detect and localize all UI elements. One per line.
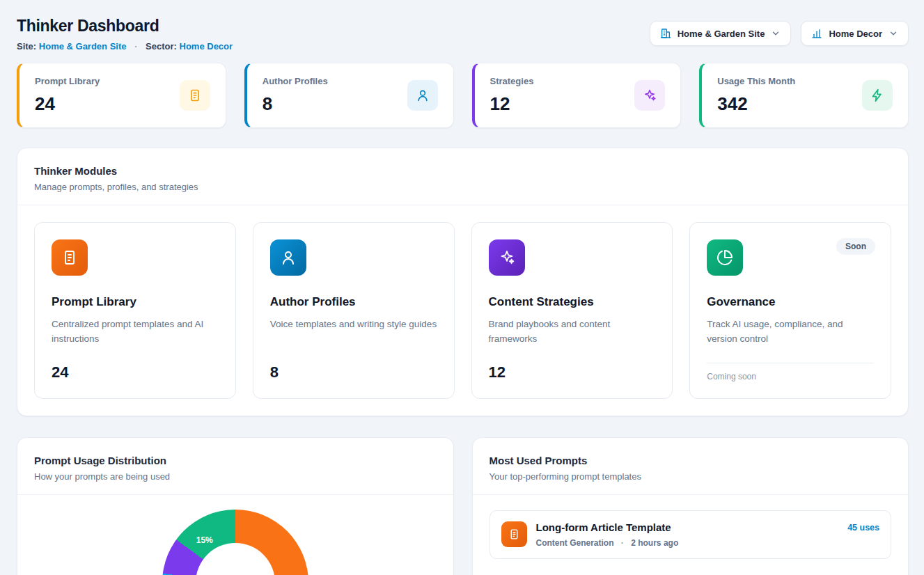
stat-label: Usage This Month — [717, 76, 795, 86]
module-card-content-strategies[interactable]: Content Strategies Brand playbooks and c… — [471, 222, 673, 399]
prompt-item-text: Long-form Article Template Content Gener… — [536, 521, 679, 548]
lightning-icon — [862, 80, 893, 111]
stat-text: Author Profiles 8 — [263, 76, 328, 115]
most-used-prompts-subtitle: Your top-performing prompt templates — [490, 471, 892, 482]
bottom-row: Prompt Usage Distribution How your promp… — [17, 437, 909, 575]
stat-value: 24 — [35, 93, 100, 115]
donut-segment-label: 15% — [196, 535, 213, 545]
stat-text: Prompt Library 24 — [35, 76, 100, 115]
user-icon — [407, 80, 438, 111]
donut-chart-area: 15% — [17, 495, 453, 575]
document-icon — [52, 239, 88, 276]
usage-distribution-header: Prompt Usage Distribution How your promp… — [17, 438, 453, 495]
prompt-item-category: Content Generation — [536, 538, 614, 548]
modules-panel-header: Thinker Modules Manage prompts, profiles… — [17, 148, 908, 205]
sector-selector-label: Home Decor — [829, 29, 882, 39]
module-card-governance[interactable]: Soon Governance Track AI usage, complian… — [689, 222, 891, 399]
stat-card-author-profiles: Author Profiles 8 — [244, 63, 454, 128]
header-selectors: Home & Garden Site Home Decor — [650, 21, 909, 46]
stat-text: Usage This Month 342 — [717, 76, 795, 115]
module-card-prompt-library[interactable]: Prompt Library Centralized prompt templa… — [34, 222, 236, 399]
stat-card-prompt-library: Prompt Library 24 — [17, 63, 226, 128]
usage-distribution-card: Prompt Usage Distribution How your promp… — [17, 437, 454, 575]
module-description: Track AI usage, compliance, and version … — [707, 317, 874, 353]
usage-distribution-title: Prompt Usage Distribution — [34, 455, 437, 466]
sparkle-icon — [634, 80, 665, 111]
sparkle-icon — [489, 239, 525, 276]
stat-card-strategies: Strategies 12 — [472, 63, 682, 128]
prompt-item-meta: Content Generation · 2 hours ago — [536, 538, 679, 548]
modules-title: Thinker Modules — [34, 165, 891, 177]
breadcrumb-separator: · — [134, 41, 137, 52]
stat-value: 342 — [717, 93, 795, 115]
prompt-item-title: Long-form Article Template — [536, 521, 679, 533]
module-description: Centralized prompt templates and AI inst… — [52, 317, 219, 354]
stat-card-usage: Usage This Month 342 — [699, 63, 909, 128]
module-description: Voice templates and writing style guides — [270, 317, 437, 354]
meta-separator: · — [621, 538, 624, 548]
stat-label: Strategies — [490, 76, 534, 86]
usage-donut: 15% — [162, 510, 308, 575]
module-title: Governance — [707, 295, 874, 309]
sector-selector-dropdown[interactable]: Home Decor — [801, 21, 909, 46]
breadcrumb: Site: Home & Garden Site · Sector: Home … — [17, 41, 233, 52]
modules-grid: Prompt Library Centralized prompt templa… — [17, 205, 908, 416]
building-icon — [660, 28, 671, 39]
module-count: 12 — [489, 363, 656, 381]
page-title: Thinker Dashboard — [17, 17, 233, 36]
chevron-down-icon — [771, 29, 781, 38]
module-title: Prompt Library — [52, 295, 219, 309]
most-used-prompts-card: Most Used Prompts Your top-performing pr… — [472, 437, 909, 575]
module-card-author-profiles[interactable]: Author Profiles Voice templates and writ… — [253, 222, 455, 399]
modules-subtitle: Manage prompts, profiles, and strategies — [34, 182, 891, 192]
module-title: Content Strategies — [489, 295, 656, 309]
pie-chart-icon — [707, 239, 743, 276]
title-block: Thinker Dashboard Site: Home & Garden Si… — [17, 17, 233, 52]
stats-row: Prompt Library 24 Author Profiles 8 Stra… — [17, 63, 909, 128]
stat-value: 8 — [263, 93, 328, 115]
most-used-prompts-header: Most Used Prompts Your top-performing pr… — [473, 438, 909, 495]
site-label: Site: — [17, 41, 36, 52]
module-title: Author Profiles — [270, 295, 437, 309]
stat-value: 12 — [490, 93, 534, 115]
page-header: Thinker Dashboard Site: Home & Garden Si… — [17, 17, 909, 52]
sector-link[interactable]: Home Decor — [180, 41, 233, 52]
usage-distribution-subtitle: How your prompts are being used — [34, 471, 437, 482]
document-icon — [501, 521, 527, 547]
thinker-modules-panel: Thinker Modules Manage prompts, profiles… — [17, 148, 909, 416]
module-description: Brand playbooks and content frameworks — [489, 317, 656, 354]
document-icon — [180, 80, 210, 111]
prompt-list-item[interactable]: Long-form Article Template Content Gener… — [490, 510, 892, 559]
prompt-list: Long-form Article Template Content Gener… — [473, 495, 909, 574]
prompt-item-time: 2 hours ago — [631, 538, 678, 548]
module-count: 24 — [52, 363, 219, 381]
coming-soon-label: Coming soon — [707, 372, 874, 381]
module-count: 8 — [270, 363, 437, 381]
site-selector-label: Home & Garden Site — [678, 29, 765, 39]
stat-label: Prompt Library — [35, 76, 100, 86]
soon-badge: Soon — [836, 238, 875, 255]
chevron-down-icon — [888, 29, 898, 38]
site-link[interactable]: Home & Garden Site — [39, 41, 127, 52]
stat-text: Strategies 12 — [490, 76, 534, 115]
dashboard-page: Thinker Dashboard Site: Home & Garden Si… — [0, 0, 924, 575]
sector-label: Sector: — [146, 41, 177, 52]
user-icon — [270, 239, 306, 276]
bar-chart-icon — [811, 28, 822, 39]
prompt-item-uses: 45 uses — [847, 521, 879, 533]
most-used-prompts-title: Most Used Prompts — [490, 455, 892, 466]
stat-label: Author Profiles — [263, 76, 328, 86]
site-selector-dropdown[interactable]: Home & Garden Site — [650, 21, 792, 46]
module-divider — [707, 363, 874, 363]
